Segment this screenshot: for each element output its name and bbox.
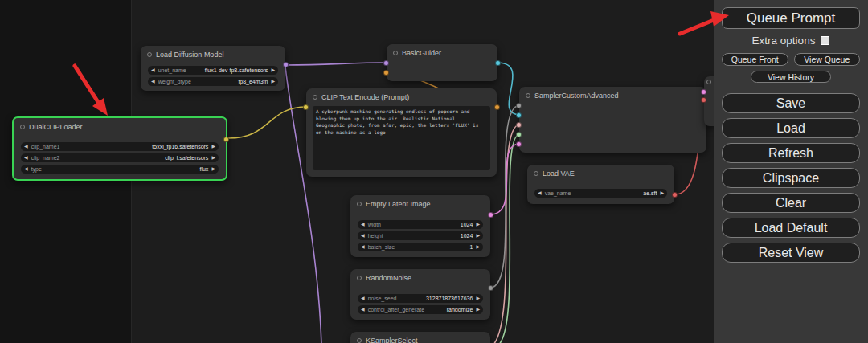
collapse-dot-icon[interactable] (706, 80, 711, 84)
decrement-arrow-icon[interactable]: ◀ (24, 142, 28, 151)
decrement-arrow-icon[interactable]: ◀ (361, 305, 365, 314)
sampler-input-port[interactable] (516, 122, 522, 128)
decrement-arrow-icon[interactable]: ◀ (151, 66, 155, 75)
guider-output-port[interactable] (495, 60, 501, 66)
widget-control-after-generate[interactable]: ◀ control_after_generate randomize ▶ (358, 305, 483, 314)
widget-value: randomize (447, 305, 473, 314)
widget-type[interactable]: ◀ type flux ▶ (21, 165, 219, 174)
widget-unet-name[interactable]: ◀ unet_name flux1-dev-fp8.safetensors ▶ (148, 66, 278, 75)
noise-input-port[interactable] (516, 103, 522, 108)
hidden-node-input-port-1[interactable] (701, 89, 706, 95)
collapse-dot-icon[interactable] (357, 202, 362, 206)
node-load-diffusion-model[interactable]: Load Diffusion Model ◀ unet_name flux1-d… (141, 46, 285, 91)
widget-label: height (368, 231, 383, 240)
vae-output-port[interactable] (672, 192, 678, 198)
action-button-column: Save Load Refresh Clipspace Clear Load D… (722, 93, 860, 263)
latent-input-port[interactable] (516, 141, 522, 147)
clipspace-button[interactable]: Clipspace (722, 168, 860, 188)
clip-input-port[interactable] (303, 104, 309, 110)
widget-batch-size[interactable]: ◀ batch_size 1 ▶ (358, 243, 483, 251)
widget-clip-name1[interactable]: ◀ clip_name1 t5xxl_fp16.safetensors ▶ (21, 142, 219, 151)
increment-arrow-icon[interactable]: ▶ (476, 305, 480, 314)
graph-canvas[interactable]: Load Diffusion Model ◀ unet_name flux1-d… (0, 0, 714, 343)
decrement-arrow-icon[interactable]: ◀ (24, 153, 28, 162)
node-ksampler-select[interactable]: KSamplerSelect (350, 332, 490, 343)
load-default-button[interactable]: Load Default (722, 218, 860, 238)
view-history-button[interactable]: View History (751, 71, 831, 83)
decrement-arrow-icon[interactable]: ◀ (361, 231, 365, 240)
increment-arrow-icon[interactable]: ▶ (476, 243, 480, 251)
conditioning-output-port[interactable] (494, 104, 500, 110)
collapse-dot-icon[interactable] (147, 52, 152, 57)
view-queue-button[interactable]: View Queue (794, 53, 861, 66)
reset-view-button[interactable]: Reset View (722, 243, 860, 263)
model-input-port[interactable] (383, 60, 389, 66)
widget-clip-name2[interactable]: ◀ clip_name2 clip_l.safetensors ▶ (21, 153, 219, 162)
sigmas-input-port[interactable] (516, 132, 522, 137)
increment-arrow-icon[interactable]: ▶ (211, 153, 215, 162)
extra-options-checkbox[interactable] (821, 36, 829, 45)
decrement-arrow-icon[interactable]: ◀ (361, 220, 365, 229)
node-title-bar[interactable]: Load VAE (527, 165, 674, 179)
queue-front-button[interactable]: Queue Front (722, 53, 788, 66)
decrement-arrow-icon[interactable]: ◀ (361, 243, 365, 251)
increment-arrow-icon[interactable]: ▶ (211, 165, 215, 174)
node-clip-text-encode[interactable]: CLIP Text Encode (Prompt) A cyberpunk ma… (306, 88, 497, 177)
node-basic-guider[interactable]: BasicGuider (387, 44, 497, 81)
node-empty-latent-image[interactable]: Empty Latent Image ◀ width 1024 ▶ ◀ heig… (350, 195, 490, 257)
widget-vae-name[interactable]: ◀ vae_name ae.sft ▶ (534, 189, 667, 198)
guider-input-port[interactable] (516, 112, 522, 118)
load-button[interactable]: Load (722, 118, 860, 138)
widget-weight-dtype[interactable]: ◀ weight_dtype fp8_e4m3fn ▶ (148, 77, 278, 86)
node-sampler-custom-advanced[interactable]: SamplerCustomAdvanced (519, 87, 706, 153)
widget-value: clip_l.safetensors (165, 153, 208, 162)
increment-arrow-icon[interactable]: ▶ (660, 189, 664, 198)
latent-output-port[interactable] (488, 212, 493, 218)
collapse-dot-icon[interactable] (357, 276, 362, 280)
collapse-dot-icon[interactable] (357, 338, 362, 343)
hidden-node-input-port-2[interactable] (701, 97, 706, 103)
node-title-bar[interactable]: KSamplerSelect (350, 332, 490, 343)
refresh-button[interactable]: Refresh (722, 143, 860, 163)
increment-arrow-icon[interactable]: ▶ (211, 142, 215, 151)
collapse-dot-icon[interactable] (393, 51, 398, 55)
node-title-bar[interactable]: Empty Latent Image (350, 195, 490, 210)
node-load-vae[interactable]: Load VAE ◀ vae_name ae.sft ▶ (527, 165, 674, 204)
prompt-textarea[interactable]: A cyberpunk machine generating endless o… (313, 106, 490, 170)
node-partially-hidden[interactable] (704, 76, 714, 126)
decrement-arrow-icon[interactable]: ◀ (538, 189, 542, 198)
node-title-bar[interactable]: DualCLIPLoader (14, 118, 226, 133)
collapse-dot-icon[interactable] (534, 171, 538, 176)
increment-arrow-icon[interactable]: ▶ (271, 77, 275, 86)
decrement-arrow-icon[interactable]: ◀ (24, 165, 28, 174)
increment-arrow-icon[interactable]: ▶ (476, 231, 480, 240)
node-title-bar[interactable]: Load Diffusion Model (141, 46, 285, 60)
node-title-bar[interactable]: CLIP Text Encode (Prompt) (306, 88, 497, 103)
conditioning-input-port[interactable] (383, 70, 389, 76)
queue-prompt-button[interactable]: Queue Prompt (722, 7, 860, 29)
increment-arrow-icon[interactable]: ▶ (476, 294, 480, 303)
node-random-noise[interactable]: RandomNoise ◀ noise_seed 312871873617636… (350, 269, 490, 320)
model-output-port[interactable] (283, 62, 289, 67)
collapse-dot-icon[interactable] (526, 93, 530, 98)
widget-width[interactable]: ◀ width 1024 ▶ (358, 220, 483, 229)
decrement-arrow-icon[interactable]: ◀ (361, 294, 365, 303)
widget-height[interactable]: ◀ height 1024 ▶ (358, 231, 483, 240)
node-title-bar[interactable]: SamplerCustomAdvanced (519, 87, 706, 101)
node-title-bar[interactable]: RandomNoise (350, 269, 490, 284)
clear-button[interactable]: Clear (722, 193, 860, 213)
decrement-arrow-icon[interactable]: ◀ (151, 77, 155, 86)
widget-noise-seed[interactable]: ◀ noise_seed 312871873617636 ▶ (358, 294, 483, 303)
widget-label: weight_dtype (158, 77, 191, 86)
node-title-bar[interactable]: BasicGuider (387, 44, 497, 59)
widget-label: batch_size (368, 243, 395, 251)
clip-output-port[interactable] (223, 137, 229, 142)
noise-output-port[interactable] (488, 285, 493, 291)
collapse-dot-icon[interactable] (313, 95, 317, 100)
increment-arrow-icon[interactable]: ▶ (271, 66, 275, 75)
node-dual-clip-loader[interactable]: DualCLIPLoader ◀ clip_name1 t5xxl_fp16.s… (12, 116, 227, 181)
widget-value: 1024 (461, 220, 473, 229)
increment-arrow-icon[interactable]: ▶ (476, 220, 480, 229)
save-button[interactable]: Save (722, 93, 860, 113)
collapse-dot-icon[interactable] (20, 125, 25, 129)
